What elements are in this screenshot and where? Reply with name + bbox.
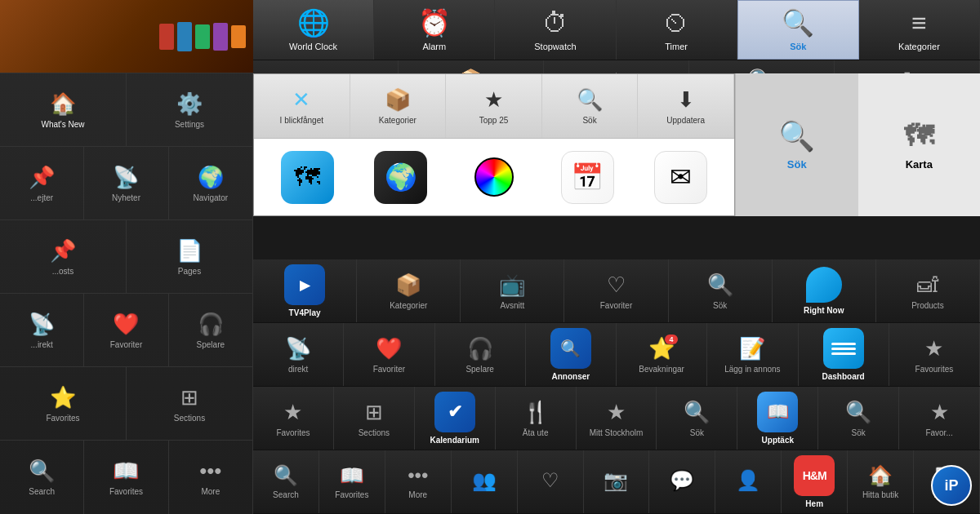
star-kal-icon: ★	[283, 400, 302, 425]
ann-item-favourites[interactable]: ★ Favourites	[889, 323, 980, 386]
left-top-image	[0, 0, 253, 73]
kal-item-favorites[interactable]: ★ Favorites	[253, 387, 334, 450]
tv4play-item-right-now[interactable]: Right Now	[773, 259, 876, 322]
bot-item-search[interactable]: 🔍 Search	[253, 450, 319, 513]
search-tab-sok[interactable]: 🔍 Sök	[736, 73, 858, 216]
kal-item-mitt-stockholm[interactable]: ★ Mitt Stockholm	[577, 387, 657, 450]
spelare-ann-label: Spelare	[466, 365, 493, 374]
sections-kal-label: Sections	[359, 428, 390, 437]
popup-nav-blickfanget[interactable]: ✕ I blickfånget	[254, 74, 350, 138]
popup-app-maps[interactable]: 🗺	[281, 151, 334, 204]
popup-blickfanget-label: I blickfånget	[280, 116, 323, 125]
search-tab-karta[interactable]: 🗺 Karta	[858, 73, 981, 216]
kal-item-ata-ute[interactable]: 🍴 Äta ute	[496, 387, 577, 450]
clock-item-world-clock[interactable]: 🌐 World Clock	[253, 0, 374, 60]
popup-nav-topp25[interactable]: ★ Topp 25	[446, 74, 542, 138]
sidebar-item-favorites3[interactable]: 📖 Favorites	[84, 441, 168, 514]
sidebar-item-settings[interactable]: ⚙️ Settings	[127, 73, 253, 146]
sidebar-item-favorites2[interactable]: ⭐ Favorites	[0, 367, 127, 440]
book-bot-icon: 📖	[340, 464, 364, 487]
ann-item-bevakningar[interactable]: ⭐ 4 Bevakningar	[617, 323, 707, 386]
bot-item-hm[interactable]: H&M Hem	[782, 450, 848, 513]
tv4play-item-favoriter[interactable]: ♡ Favoriter	[564, 259, 668, 322]
popup-nav-uppdatera[interactable]: ⬇ Uppdatera	[638, 74, 734, 138]
tv4play-label: TV4Play	[289, 308, 321, 317]
clock-item-alarm[interactable]: ⏰ Alarm	[374, 0, 495, 60]
tv4play-item-products[interactable]: 🛋 Products	[876, 259, 980, 322]
sok-kal-icon: 🔍	[684, 400, 710, 425]
sidebar-item-favoriter[interactable]: ❤️ Favoriter	[84, 294, 168, 366]
sidebar-item-search[interactable]: 🔍 Search	[0, 441, 84, 514]
sidebar-item-sections[interactable]: ⊞ Sections	[127, 367, 253, 440]
sidebar-item-more[interactable]: ••• More	[169, 441, 253, 514]
sok2-kal-label: Sök	[852, 428, 866, 437]
popup-app-calendar[interactable]: 📅	[561, 151, 614, 204]
sidebar-item-pages[interactable]: 📄 Pages	[127, 220, 253, 293]
tv4play-item-kategorier[interactable]: 📦 Kategorier	[357, 259, 461, 322]
sidebar-item-spelare[interactable]: 🎧 Spelare	[169, 294, 253, 366]
bot-item-more[interactable]: ••• More	[385, 450, 452, 513]
sidebar-item-posts[interactable]: 📌 ...osts	[0, 220, 127, 293]
kal-item-uptack[interactable]: 📖 Upptäck	[737, 387, 818, 450]
bot-item-users[interactable]: 👥	[452, 450, 518, 513]
spelare-label: Spelare	[197, 340, 225, 349]
kal-item-sok[interactable]: 🔍 Sök	[657, 387, 737, 450]
popup-nav-kategorier[interactable]: 📦 Kategorier	[350, 74, 447, 138]
clock-item-timer[interactable]: ⏲ Timer	[617, 0, 737, 60]
dashboard-icon	[823, 328, 864, 369]
kal-item-sections[interactable]: ⊞ Sections	[334, 387, 415, 450]
bot-item-contacts[interactable]: 👤	[715, 450, 782, 513]
search-bot-label: Search	[273, 490, 299, 499]
tv4play-item-sok[interactable]: 🔍 Sök	[669, 259, 773, 322]
popup-app-colors[interactable]	[467, 151, 520, 204]
users-bot-icon: 👥	[472, 469, 497, 492]
left-nav-row-5: ⭐ Favorites ⊞ Sections	[0, 367, 253, 441]
more-left-label: More	[201, 487, 220, 496]
sidebar-item-whats-new[interactable]: 🏠 What's New	[0, 73, 127, 146]
bot-item-camera[interactable]: 📷	[584, 450, 650, 513]
popup-topp25-label: Topp 25	[479, 116, 509, 125]
clock-item-sok[interactable]: 🔍 Sök	[737, 0, 859, 60]
sidebar-item-projekt[interactable]: 📌 ...ejter	[0, 147, 84, 219]
popup-sok-label: Sök	[582, 116, 596, 125]
antenna-icon: 📡	[29, 312, 55, 337]
direkt-label: direkt	[288, 365, 308, 374]
kal-item-favor[interactable]: ★ Favor...	[899, 387, 980, 450]
favoriter-label: Favoriter	[110, 340, 142, 349]
ann-item-direkt[interactable]: 📡 direkt	[253, 323, 344, 386]
sidebar-item-navigator[interactable]: 🌍 Navigator	[169, 147, 253, 219]
tv4play-item-avsnitt[interactable]: 📺 Avsnitt	[461, 259, 564, 322]
bot-item-hitta-butik[interactable]: 🏠 Hitta butik	[848, 450, 914, 513]
bot-item-heart[interactable]: ♡	[518, 450, 584, 513]
ann-item-favoriter[interactable]: ❤️ Favoriter	[344, 323, 434, 386]
search-tab-karta-label: Karta	[906, 158, 933, 171]
popup-kategorier-icon: 📦	[385, 87, 411, 113]
kal-item-kalendarium[interactable]: ✔ Kalendarium	[415, 387, 496, 450]
ann-item-annonser[interactable]: 🔍 Annonser	[526, 323, 617, 386]
tv4play-item-tv4play[interactable]: TV4Play	[253, 259, 357, 322]
sidebar-item-nyheter[interactable]: 📡 Nyheter	[84, 147, 168, 219]
popup-nav-sok[interactable]: 🔍 Sök	[542, 74, 639, 138]
alarm-label: Alarm	[422, 42, 446, 51]
clock-item-kategorier[interactable]: ≡ Kategorier	[859, 0, 980, 60]
tv4-favoriter-label: Favoriter	[600, 301, 632, 310]
sok2-kal-icon: 🔍	[845, 400, 871, 425]
products-icon: 🛋	[917, 273, 938, 298]
ip-badge[interactable]: iP	[931, 465, 972, 506]
clock-item-stopwatch[interactable]: ⏱ Stopwatch	[495, 0, 616, 60]
color-wheel-icon	[474, 157, 514, 197]
sok-label: Sök	[790, 42, 806, 51]
bot-item-msg[interactable]: 💬	[649, 450, 715, 513]
bot-item-favorites[interactable]: 📖 Favorites	[319, 450, 385, 513]
popup-app-mail[interactable]: ✉	[654, 151, 707, 204]
ann-item-dashboard[interactable]: Dashboard	[799, 323, 889, 386]
camera-bot-icon: 📷	[604, 469, 628, 492]
antenna-ann-icon: 📡	[285, 336, 311, 361]
kal-item-sok2[interactable]: 🔍 Sök	[818, 387, 899, 450]
ann-item-lagg-in-annons[interactable]: 📝 Lägg in annons	[707, 323, 798, 386]
ann-item-spelare[interactable]: 🎧 Spelare	[435, 323, 526, 386]
hm-label: Hem	[805, 499, 823, 508]
sidebar-item-irekt[interactable]: 📡 ...irekt	[0, 294, 84, 366]
pages-label: Pages	[178, 267, 201, 276]
popup-app-globe[interactable]: 🌍	[374, 151, 427, 204]
